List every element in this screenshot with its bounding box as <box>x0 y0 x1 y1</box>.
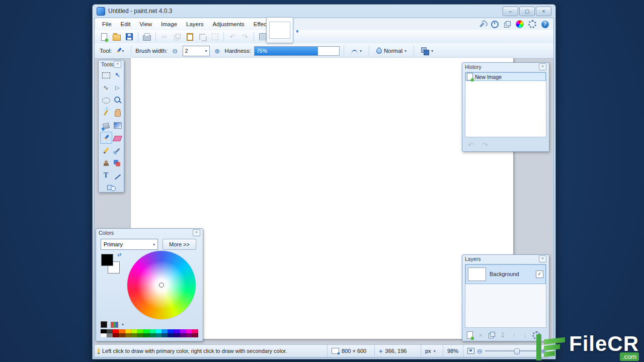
paste-button[interactable] <box>184 32 195 42</box>
palette-swatch[interactable] <box>119 333 125 337</box>
tool-rectangle-select[interactable] <box>100 69 112 81</box>
image-list-chevron-icon[interactable]: ▾ <box>296 28 299 35</box>
tool-move-selected-pixels[interactable]: ↖ <box>112 69 124 81</box>
merge-layer-down-button[interactable]: ↧ <box>498 331 508 339</box>
zoom-out-button[interactable]: ⊖ <box>477 347 482 355</box>
history-item-new-image[interactable]: New Image <box>465 72 546 81</box>
primary-color-swatch[interactable] <box>101 254 113 266</box>
brush-width-decrease-button[interactable]: ⊖ <box>171 47 180 55</box>
tool-recolor[interactable] <box>112 157 124 169</box>
cut-button[interactable]: ✂ <box>159 32 170 42</box>
color-mode-select[interactable]: Primary ▾ <box>101 239 158 250</box>
tool-paintbrush[interactable] <box>100 132 112 144</box>
tool-zoom[interactable] <box>112 94 124 106</box>
tool-color-picker[interactable] <box>112 144 124 156</box>
palette-swatch[interactable] <box>113 329 119 333</box>
settings-button[interactable] <box>528 20 537 29</box>
move-layer-down-button[interactable]: ↓ <box>520 331 530 339</box>
close-button[interactable]: × <box>536 7 551 16</box>
palette-swatch[interactable] <box>149 333 155 337</box>
tool-gradient[interactable] <box>112 119 124 131</box>
swap-colors-icon[interactable]: ⇄ <box>117 252 121 257</box>
tool-text[interactable]: T <box>100 169 112 182</box>
palette-swatch[interactable] <box>113 333 119 337</box>
selection-mode-selector[interactable]: ▾ <box>418 46 436 56</box>
menu-edit[interactable]: Edit <box>116 19 135 29</box>
copy-button[interactable] <box>172 32 183 42</box>
palette-swatch[interactable] <box>162 333 168 337</box>
palette-swatch[interactable] <box>174 329 180 333</box>
chevron-down-icon[interactable]: ▾ <box>122 322 124 327</box>
menu-view[interactable]: View <box>135 19 156 29</box>
color-wheel-cursor[interactable] <box>159 283 164 288</box>
layers-panel-close-icon[interactable]: × <box>539 255 546 262</box>
toggle-history-button[interactable] <box>490 20 499 29</box>
zoom-fit-button[interactable] <box>463 345 474 357</box>
palette-swatch[interactable] <box>155 333 162 337</box>
palette-swatch[interactable] <box>107 329 113 333</box>
tools-panel-close-icon[interactable]: × <box>114 61 121 68</box>
palette-swatch[interactable] <box>125 333 131 337</box>
brush-width-input[interactable]: 2 ▾ <box>183 46 210 56</box>
palette-swatch[interactable] <box>180 333 186 337</box>
palette-swatch[interactable] <box>186 333 192 337</box>
help-button[interactable]: ? <box>540 20 549 29</box>
move-layer-up-button[interactable]: ↑ <box>509 331 519 339</box>
palette-swatch[interactable] <box>180 329 186 333</box>
tool-paint-bucket[interactable] <box>100 119 112 131</box>
toggle-tools-button[interactable] <box>477 20 487 29</box>
crop-button[interactable] <box>197 32 208 42</box>
maximize-button[interactable]: ▢ <box>519 7 535 16</box>
history-panel-close-icon[interactable]: × <box>539 63 546 70</box>
antialiasing-selector[interactable]: ▾ <box>348 46 365 56</box>
palette-swatch[interactable] <box>186 329 192 333</box>
colors-panel-close-icon[interactable]: × <box>193 229 200 236</box>
color-wheel[interactable] <box>127 251 196 319</box>
tool-lasso-select[interactable]: ∿ <box>100 81 112 94</box>
history-undo-button[interactable]: ↶ <box>466 141 475 149</box>
print-button[interactable] <box>141 32 152 42</box>
palette-swatch[interactable] <box>125 329 131 333</box>
save-button[interactable] <box>124 32 135 42</box>
zoom-level[interactable]: 98% <box>443 345 458 357</box>
palette-icon[interactable] <box>111 322 118 328</box>
palette-swatch[interactable] <box>168 329 174 333</box>
hardness-slider[interactable]: 75% <box>254 46 340 56</box>
unit-select[interactable]: px ▾ <box>421 345 436 357</box>
history-redo-button[interactable]: ↷ <box>480 141 490 149</box>
palette-swatch[interactable] <box>174 333 180 337</box>
palette-swatch[interactable] <box>131 333 137 337</box>
palette-swatch[interactable] <box>192 333 198 337</box>
image-tab-thumbnail[interactable] <box>266 17 293 43</box>
palette-swatch[interactable] <box>131 329 137 333</box>
tool-shapes[interactable] <box>105 182 117 194</box>
tool-line-curve[interactable] <box>112 169 124 182</box>
layer-item-background[interactable]: Background ✓ <box>465 264 546 284</box>
palette-swatch[interactable] <box>143 333 149 337</box>
menu-layers[interactable]: Layers <box>182 19 208 29</box>
more-button[interactable]: More >> <box>163 239 196 250</box>
undo-button[interactable]: ↶ <box>227 32 238 42</box>
deselect-button[interactable] <box>209 32 220 42</box>
palette-swatch[interactable] <box>137 329 143 333</box>
tool-eraser[interactable] <box>112 132 124 144</box>
palette-swatch[interactable] <box>107 333 113 337</box>
palette-swatch[interactable] <box>119 329 125 333</box>
tool-pan[interactable] <box>112 107 124 119</box>
menu-image[interactable]: Image <box>156 19 182 29</box>
tool-pencil[interactable] <box>100 144 112 156</box>
menu-adjustments[interactable]: Adjustments <box>208 19 249 29</box>
palette-swatch[interactable] <box>155 329 162 333</box>
minimize-button[interactable]: – <box>503 7 518 16</box>
palette-swatch[interactable] <box>162 329 168 333</box>
delete-layer-button[interactable]: × <box>476 331 486 339</box>
menu-file[interactable]: File <box>98 19 116 29</box>
layer-visibility-checkbox[interactable]: ✓ <box>536 270 543 278</box>
tool-magic-wand[interactable] <box>100 107 112 119</box>
zoom-slider-handle[interactable] <box>514 348 520 354</box>
blend-mode-selector[interactable]: Normal ▾ <box>373 46 410 55</box>
palette-swatch[interactable] <box>168 333 174 337</box>
tool-clone-stamp[interactable] <box>100 157 112 169</box>
redo-button[interactable]: ↷ <box>239 32 251 42</box>
toggle-colors-button[interactable] <box>515 20 524 29</box>
